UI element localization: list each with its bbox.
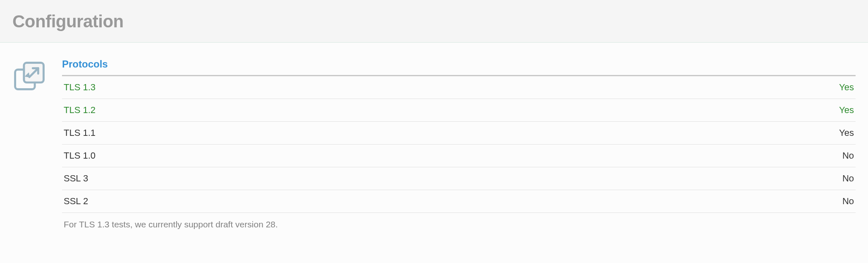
protocol-value: No (842, 196, 854, 207)
page-header: Configuration (0, 0, 868, 43)
protocol-value: No (842, 173, 854, 184)
table-row: SSL 3 No (62, 167, 856, 190)
table-row: SSL 2 No (62, 190, 856, 213)
protocol-value: Yes (839, 105, 854, 116)
protocols-section: Protocols TLS 1.3 Yes TLS 1.2 Yes TLS 1.… (62, 58, 856, 229)
protocol-value: Yes (839, 82, 854, 93)
section-title: Protocols (62, 58, 856, 76)
protocol-name: TLS 1.0 (64, 150, 96, 161)
section-footnote: For TLS 1.3 tests, we currently support … (62, 213, 856, 229)
protocol-name: TLS 1.3 (64, 82, 96, 93)
table-row: TLS 1.2 Yes (62, 99, 856, 122)
page-title: Configuration (12, 12, 856, 31)
protocol-name: TLS 1.1 (64, 128, 96, 138)
expand-icon[interactable] (12, 60, 46, 94)
icon-column (12, 58, 46, 229)
content-area: Protocols TLS 1.3 Yes TLS 1.2 Yes TLS 1.… (0, 43, 868, 245)
protocol-name: SSL 2 (64, 196, 88, 207)
protocol-name: TLS 1.2 (64, 105, 96, 116)
protocol-name: SSL 3 (64, 173, 88, 184)
table-row: TLS 1.0 No (62, 145, 856, 167)
protocol-value: Yes (839, 128, 854, 138)
table-row: TLS 1.1 Yes (62, 122, 856, 145)
table-row: TLS 1.3 Yes (62, 76, 856, 99)
protocol-value: No (842, 150, 854, 161)
